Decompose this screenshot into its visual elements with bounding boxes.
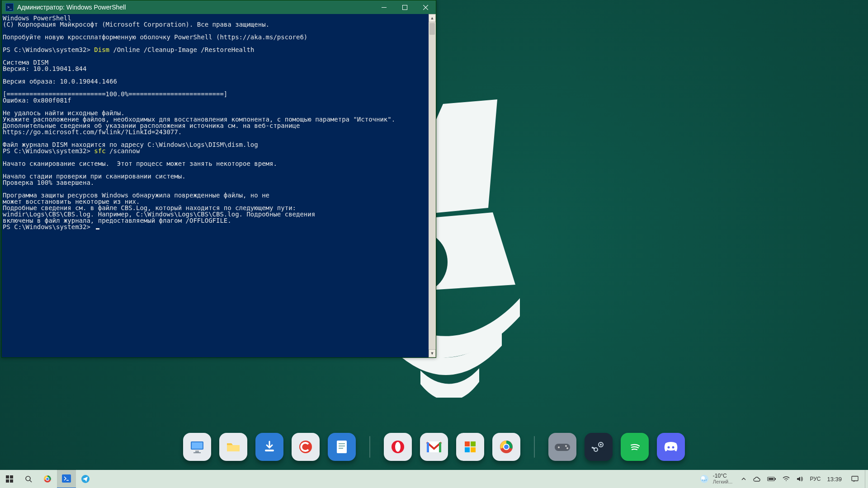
tray-battery[interactable]: [764, 470, 779, 488]
wifi-icon: [783, 476, 790, 482]
svg-rect-40: [6, 475, 9, 479]
dock-this-pc[interactable]: [183, 433, 211, 461]
powershell-icon: [62, 474, 71, 483]
svg-rect-42: [6, 479, 9, 483]
svg-rect-7: [192, 442, 203, 449]
close-button[interactable]: [415, 0, 436, 14]
terminal-line: Укажите расположение файлов, необходимых…: [3, 116, 399, 136]
svg-rect-14: [339, 443, 345, 444]
taskbar[interactable]: -10°C Легкий... РУС 13: [0, 470, 868, 488]
dock-ccleaner[interactable]: [292, 433, 320, 461]
dock-separator: [369, 436, 370, 458]
svg-point-44: [26, 476, 30, 481]
folder-icon: [225, 439, 241, 455]
dock-file-explorer[interactable]: [219, 433, 247, 461]
spotify-icon: [627, 439, 642, 455]
dock-discord[interactable]: [657, 433, 685, 461]
svg-rect-53: [775, 478, 776, 480]
svg-point-28: [504, 445, 509, 449]
ccleaner-icon: [297, 439, 314, 455]
dock-opera[interactable]: [384, 433, 412, 461]
svg-point-47: [46, 478, 49, 480]
svg-rect-55: [852, 476, 858, 481]
weather-widget[interactable]: -10°C Легкий...: [694, 473, 738, 485]
svg-point-39: [672, 446, 675, 449]
tray-onedrive[interactable]: [750, 470, 764, 488]
dock-spotify[interactable]: [621, 433, 649, 461]
start-button[interactable]: [0, 470, 19, 488]
weather-temp: -10°C: [713, 473, 733, 479]
taskbar-telegram[interactable]: [76, 470, 95, 488]
notification-icon: [851, 476, 859, 482]
taskbar-chrome[interactable]: [38, 470, 57, 488]
terminal-line: Проверка 100% завершена.: [3, 179, 94, 186]
svg-rect-4: [382, 7, 387, 8]
cmd-rest: /Online /Cleanup-Image /RestoreHealth: [109, 46, 254, 53]
minimize-button[interactable]: [373, 0, 394, 14]
terminal-content[interactable]: Windows PowerShell (C) Корпорация Майкро…: [2, 14, 429, 357]
svg-rect-21: [439, 442, 441, 452]
scroll-up-icon[interactable]: ▲: [429, 14, 436, 22]
dock-gmail[interactable]: [420, 433, 448, 461]
discord-icon: [663, 441, 679, 453]
tray-clock[interactable]: 13:39: [824, 470, 845, 488]
cursor: [96, 228, 99, 230]
scrollbar[interactable]: ▲ ▼: [429, 14, 436, 357]
prompt: PS C:\Windows\system32>: [3, 223, 94, 230]
dock-steam[interactable]: [585, 433, 613, 461]
powershell-window[interactable]: >_ Администратор: Windows PowerShell Win…: [1, 0, 436, 358]
svg-rect-41: [10, 475, 13, 479]
tray-volume[interactable]: [793, 470, 807, 488]
windows-icon: [6, 475, 13, 483]
svg-rect-54: [769, 478, 774, 480]
opera-icon: [390, 439, 406, 455]
cmd-highlight: sfc: [94, 147, 105, 155]
chevron-up-icon: [741, 476, 746, 482]
cmd-rest: /scannow: [106, 147, 140, 155]
battery-icon: [767, 476, 776, 482]
svg-rect-20: [427, 442, 429, 452]
svg-rect-13: [337, 441, 347, 453]
svg-rect-22: [465, 441, 470, 446]
dock-notepad[interactable]: [328, 433, 356, 461]
gmail-icon: [426, 441, 442, 453]
terminal-line: (C) Корпорация Майкрософт (Microsoft Cor…: [3, 21, 269, 28]
show-desktop-button[interactable]: [865, 470, 868, 488]
weather-icon: [699, 474, 709, 484]
desktop[interactable]: >_ Администратор: Windows PowerShell Win…: [0, 0, 868, 488]
svg-point-35: [600, 444, 602, 446]
svg-rect-24: [465, 447, 470, 452]
terminal-body[interactable]: Windows PowerShell (C) Корпорация Майкро…: [2, 14, 436, 357]
dock-microsoft-store[interactable]: [456, 433, 484, 461]
weather-desc: Легкий...: [713, 479, 733, 485]
window-titlebar[interactable]: >_ Администратор: Windows PowerShell: [2, 0, 436, 14]
dock-chrome[interactable]: [492, 433, 520, 461]
language-label: РУС: [810, 476, 821, 482]
svg-rect-15: [339, 446, 345, 446]
terminal-line: Начато сканирование системы. Этот процес…: [3, 160, 277, 167]
dock-games[interactable]: [548, 433, 576, 461]
tray-wifi[interactable]: [779, 470, 793, 488]
tray-chevron-up[interactable]: [738, 470, 750, 488]
prompt: PS C:\Windows\system32>: [3, 147, 94, 155]
svg-point-18: [395, 442, 401, 452]
terminal-line: Версия: 10.0.19041.844: [3, 65, 86, 72]
terminal-line: Ошибка: 0x800f081f: [3, 97, 71, 104]
search-button[interactable]: [19, 470, 38, 488]
taskbar-powershell[interactable]: [57, 469, 76, 488]
monitor-icon: [189, 439, 205, 455]
scrollbar-thumb[interactable]: [429, 23, 435, 35]
dock: [183, 433, 685, 461]
chrome-icon: [43, 474, 52, 483]
tray-notifications[interactable]: [845, 470, 865, 488]
dock-separator: [534, 436, 535, 458]
microsoft-icon: [463, 440, 477, 454]
maximize-button[interactable]: [394, 0, 415, 14]
scroll-down-icon[interactable]: ▼: [429, 349, 436, 357]
steam-icon: [591, 439, 606, 455]
tray-language[interactable]: РУС: [807, 470, 824, 488]
telegram-icon: [81, 474, 90, 483]
svg-point-30: [558, 446, 560, 448]
svg-rect-8: [195, 450, 199, 452]
dock-downloads[interactable]: [255, 433, 283, 461]
